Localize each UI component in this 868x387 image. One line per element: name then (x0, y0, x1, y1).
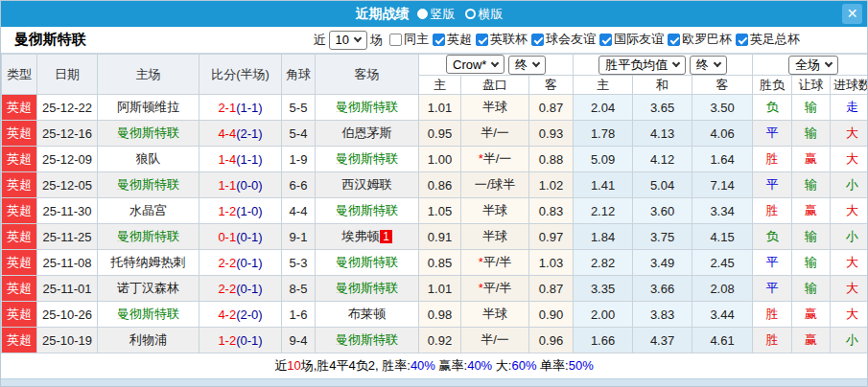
handicap-cell: 半球 (461, 302, 529, 328)
date-cell: 25-11-25 (37, 224, 98, 250)
checkbox-英联杯[interactable]: 英联杯 (476, 31, 528, 48)
odds-away-cell: 0.96 (529, 328, 574, 353)
table-row: 英超25-11-30水晶宫1-2(1-0)4-4曼彻斯特联1.05半球0.832… (2, 198, 868, 224)
sub-header: 主 (419, 76, 461, 95)
away-team-cell: 曼彻斯特联 (316, 147, 419, 172)
checkbox-国际友谊[interactable]: 国际友谊 (599, 31, 664, 48)
result-cell: 胜 (753, 198, 792, 224)
home-team-cell: 狼队 (98, 147, 199, 172)
date-cell: 25-11-01 (37, 276, 98, 302)
recent-count-select[interactable]: 10 (329, 31, 367, 50)
date-cell: 25-12-22 (37, 95, 98, 121)
avg-away-cell: 4.06 (692, 121, 753, 147)
date-cell: 25-12-09 (37, 147, 98, 172)
league-cell: 英超 (2, 147, 37, 172)
chevron-down-icon (532, 59, 540, 67)
odds-away-cell: 0.87 (529, 276, 574, 302)
avg-draw-cell: 3.49 (633, 250, 692, 276)
avg-home-cell: 2.82 (574, 250, 633, 276)
handicap-result-cell: 输 (792, 250, 831, 276)
away-rank-badge: 1 (380, 230, 392, 243)
odds-away-cell: 0.93 (529, 121, 574, 147)
date-cell: 25-12-16 (37, 121, 98, 147)
away-team-cell: 布莱顿 (316, 302, 419, 328)
avg-away-cell: 3.44 (692, 302, 753, 328)
table-row: 英超25-12-09狼队1-4(1-1)1-9曼彻斯特联1.00*半/一0.88… (2, 147, 868, 172)
away-team-cell: 埃弗顿1 (316, 224, 419, 250)
corner-cell: 9-1 (282, 224, 316, 250)
home-team-cell: 托特纳姆热刺 (98, 250, 199, 276)
chevron-down-icon (825, 59, 833, 67)
scope-select[interactable]: 全场 (788, 56, 838, 75)
checkbox-icon (476, 34, 488, 46)
avg-away-cell: 4.61 (692, 328, 753, 353)
odds-away-cell: 1.02 (529, 172, 574, 198)
checkbox-欧罗巴杯[interactable]: 欧罗巴杯 (668, 31, 732, 48)
score-cell: 2-1(1-1) (199, 95, 282, 121)
league-cell: 英超 (2, 250, 37, 276)
handicap-result-cell: 赢 (792, 328, 831, 353)
corner-cell: 6-6 (282, 172, 316, 198)
goals-result-cell: 小 (831, 172, 868, 198)
checkbox-label: 英超 (447, 31, 472, 48)
col-header-away: 客场 (316, 55, 419, 95)
odds-away-cell: 0.87 (529, 95, 574, 121)
home-team-cell: 曼彻斯特联 (98, 172, 199, 198)
goals-result-cell: 大 (831, 302, 868, 328)
bookmaker-stage-select[interactable]: 终 (508, 56, 546, 75)
avg-select[interactable]: 胜平负均值 (598, 56, 686, 75)
avg-home-cell: 5.09 (574, 147, 633, 172)
goals-result-cell: 大 (831, 121, 868, 147)
filter-controls: 近 10 场 同主英超英联杯球会友谊国际友谊欧罗巴杯英足总杯 (314, 31, 800, 50)
bookmaker-select[interactable]: Crow* (446, 55, 504, 74)
handicap-cell: 半/一 (461, 121, 529, 147)
avg-home-cell: 3.35 (574, 276, 633, 302)
avg-stage-select[interactable]: 终 (690, 56, 727, 75)
handicap-result-cell: 输 (792, 276, 831, 302)
col-header-type: 类型 (2, 55, 37, 95)
avg-away-cell: 1.64 (692, 147, 753, 172)
league-cell: 英超 (2, 198, 37, 224)
checkbox-球会友谊[interactable]: 球会友谊 (531, 31, 596, 48)
checkbox-同主[interactable]: 同主 (389, 31, 429, 48)
radio-icon (417, 9, 428, 19)
home-team-cell: 曼彻斯特联 (98, 302, 199, 328)
date-cell: 25-10-19 (37, 328, 98, 353)
table-row: 英超25-10-26曼彻斯特联4-2(2-0)1-6布莱顿0.98半球0.902… (2, 302, 868, 328)
checkbox-英足总杯[interactable]: 英足总杯 (736, 31, 800, 48)
avg-draw-cell: 4.37 (633, 328, 692, 353)
odds-away-cell: 1.03 (529, 250, 574, 276)
layout-radio-vertical[interactable]: 竖版 (417, 6, 456, 23)
layout-radio-horizontal[interactable]: 横版 (465, 6, 504, 23)
avg-draw-cell: 3.65 (633, 95, 692, 121)
table-row: 英超25-10-19利物浦1-2(0-1)9-4曼彻斯特联0.92半/一0.96… (2, 328, 868, 353)
checkbox-label: 英足总杯 (750, 31, 800, 48)
avg-home-cell: 1.66 (574, 328, 633, 353)
avg-draw-cell: 3.75 (633, 224, 692, 250)
avg-away-cell: 2.45 (692, 250, 753, 276)
odds-home-cell: 0.86 (419, 172, 461, 198)
avg-draw-cell: 4.13 (633, 121, 692, 147)
avg-away-cell: 3.50 (692, 95, 753, 121)
home-team-cell: 利物浦 (98, 328, 199, 353)
odds-home-cell: 1.00 (419, 147, 461, 172)
goals-result-cell: 小 (831, 328, 868, 353)
titlebar: 近期战绩 竖版横版 ✕ (1, 1, 867, 27)
odds-away-cell: 0.90 (529, 302, 574, 328)
sub-header: 和 (633, 76, 692, 95)
handicap-result-cell: 赢 (792, 198, 831, 224)
recent-results-panel: 近期战绩 竖版横版 ✕ 曼彻斯特联 近 10 场 同主英超英联杯球会友谊国际友谊… (0, 0, 868, 387)
filter-checkboxes: 同主英超英联杯球会友谊国际友谊欧罗巴杯英足总杯 (386, 31, 800, 49)
result-cell: 平 (753, 250, 792, 276)
odds-home-cell: 1.01 (419, 276, 461, 302)
checkbox-英超[interactable]: 英超 (433, 31, 472, 48)
date-cell: 25-11-08 (37, 250, 98, 276)
avg-draw-cell: 4.12 (633, 147, 692, 172)
result-cell: 负 (753, 95, 792, 121)
checkbox-label: 欧罗巴杯 (682, 31, 732, 48)
handicap-cell: 一/球半 (461, 172, 529, 198)
filterbar: 曼彻斯特联 近 10 场 同主英超英联杯球会友谊国际友谊欧罗巴杯英足总杯 (1, 27, 867, 54)
handicap-cell: *半/一 (461, 147, 529, 172)
close-button[interactable]: ✕ (842, 4, 862, 24)
matches-table: 类型 日期 主场 比分(半场) 角球 客场 Crow* 终 胜平负均值 终 全场… (1, 54, 868, 353)
